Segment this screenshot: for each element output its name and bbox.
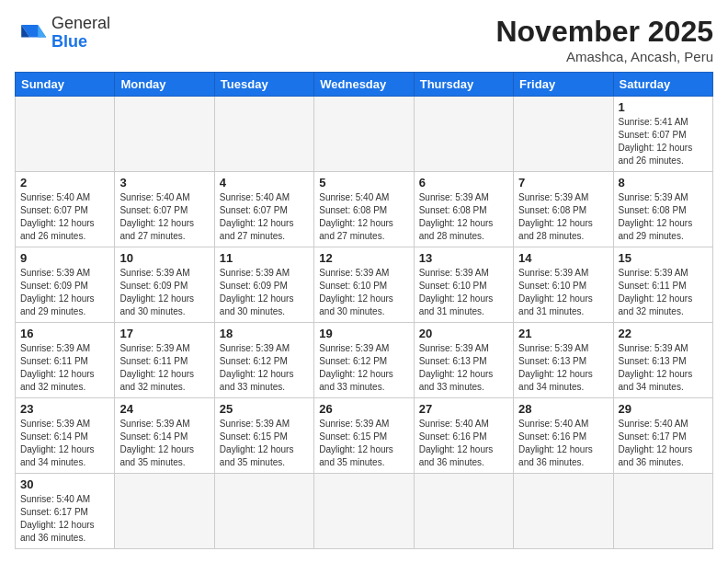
day-number: 29 xyxy=(619,402,708,416)
day-number: 4 xyxy=(220,176,309,190)
col-header-saturday: Saturday xyxy=(613,73,712,97)
col-header-tuesday: Tuesday xyxy=(214,73,313,97)
col-header-friday: Friday xyxy=(514,73,613,97)
calendar-cell: 23Sunrise: 5:39 AM Sunset: 6:14 PM Dayli… xyxy=(16,398,115,474)
day-number: 18 xyxy=(220,327,309,340)
day-info: Sunrise: 5:39 AM Sunset: 6:15 PM Dayligh… xyxy=(319,418,408,469)
day-info: Sunrise: 5:39 AM Sunset: 6:13 PM Dayligh… xyxy=(518,342,608,394)
calendar-cell: 10Sunrise: 5:39 AM Sunset: 6:09 PM Dayli… xyxy=(115,247,214,323)
location-subtitle: Amashca, Ancash, Peru xyxy=(495,49,713,64)
day-info: Sunrise: 5:40 AM Sunset: 6:16 PM Dayligh… xyxy=(518,418,608,469)
day-info: Sunrise: 5:40 AM Sunset: 6:08 PM Dayligh… xyxy=(319,191,408,243)
generalblue-logo-icon xyxy=(15,17,48,50)
day-info: Sunrise: 5:39 AM Sunset: 6:15 PM Dayligh… xyxy=(220,418,309,469)
col-header-thursday: Thursday xyxy=(414,73,513,97)
day-info: Sunrise: 5:39 AM Sunset: 6:08 PM Dayligh… xyxy=(419,191,508,243)
day-number: 15 xyxy=(619,251,708,265)
month-year-title: November 2025 xyxy=(495,15,713,49)
day-number: 30 xyxy=(20,477,109,491)
calendar-cell xyxy=(414,474,513,549)
day-number: 21 xyxy=(518,327,608,340)
calendar-cell: 7Sunrise: 5:39 AM Sunset: 6:08 PM Daylig… xyxy=(514,172,613,247)
day-info: Sunrise: 5:39 AM Sunset: 6:11 PM Dayligh… xyxy=(20,342,109,394)
day-number: 13 xyxy=(419,251,508,265)
calendar-cell: 20Sunrise: 5:39 AM Sunset: 6:13 PM Dayli… xyxy=(414,323,513,398)
day-number: 7 xyxy=(518,176,608,190)
logo-text: General Blue xyxy=(51,15,110,52)
day-number: 8 xyxy=(619,176,708,190)
calendar-cell: 5Sunrise: 5:40 AM Sunset: 6:08 PM Daylig… xyxy=(314,172,414,247)
day-info: Sunrise: 5:40 AM Sunset: 6:07 PM Dayligh… xyxy=(220,191,309,243)
calendar-cell: 12Sunrise: 5:39 AM Sunset: 6:10 PM Dayli… xyxy=(314,247,414,323)
calendar-cell: 3Sunrise: 5:40 AM Sunset: 6:07 PM Daylig… xyxy=(115,172,214,247)
day-number: 1 xyxy=(619,100,708,114)
logo-general: General xyxy=(51,14,110,32)
day-info: Sunrise: 5:39 AM Sunset: 6:09 PM Dayligh… xyxy=(220,267,309,318)
calendar-cell: 2Sunrise: 5:40 AM Sunset: 6:07 PM Daylig… xyxy=(16,172,115,247)
day-number: 9 xyxy=(20,251,109,265)
calendar-cell xyxy=(514,97,613,172)
calendar-cell: 13Sunrise: 5:39 AM Sunset: 6:10 PM Dayli… xyxy=(414,247,513,323)
day-info: Sunrise: 5:39 AM Sunset: 6:14 PM Dayligh… xyxy=(119,418,209,469)
calendar-cell: 26Sunrise: 5:39 AM Sunset: 6:15 PM Dayli… xyxy=(314,398,414,474)
calendar-cell xyxy=(115,474,214,549)
day-info: Sunrise: 5:39 AM Sunset: 6:12 PM Dayligh… xyxy=(220,342,309,394)
calendar-table: SundayMondayTuesdayWednesdayThursdayFrid… xyxy=(15,72,713,549)
day-info: Sunrise: 5:39 AM Sunset: 6:10 PM Dayligh… xyxy=(518,267,608,318)
day-info: Sunrise: 5:39 AM Sunset: 6:14 PM Dayligh… xyxy=(20,418,109,469)
calendar-cell: 17Sunrise: 5:39 AM Sunset: 6:11 PM Dayli… xyxy=(115,323,214,398)
calendar-cell xyxy=(115,97,214,172)
calendar-cell xyxy=(514,474,613,549)
day-info: Sunrise: 5:39 AM Sunset: 6:11 PM Dayligh… xyxy=(119,342,209,394)
col-header-monday: Monday xyxy=(115,73,214,97)
day-info: Sunrise: 5:40 AM Sunset: 6:07 PM Dayligh… xyxy=(119,191,209,243)
day-number: 5 xyxy=(319,176,408,190)
day-info: Sunrise: 5:39 AM Sunset: 6:08 PM Dayligh… xyxy=(518,191,608,243)
calendar-cell xyxy=(314,97,414,172)
logo: General Blue xyxy=(15,15,110,52)
day-info: Sunrise: 5:39 AM Sunset: 6:13 PM Dayligh… xyxy=(619,342,708,394)
day-number: 26 xyxy=(319,402,408,416)
calendar-cell: 16Sunrise: 5:39 AM Sunset: 6:11 PM Dayli… xyxy=(16,323,115,398)
calendar-cell: 6Sunrise: 5:39 AM Sunset: 6:08 PM Daylig… xyxy=(414,172,513,247)
calendar-week-1: 1Sunrise: 5:41 AM Sunset: 6:07 PM Daylig… xyxy=(16,97,713,172)
calendar-cell: 1Sunrise: 5:41 AM Sunset: 6:07 PM Daylig… xyxy=(613,97,712,172)
calendar-cell: 29Sunrise: 5:40 AM Sunset: 6:17 PM Dayli… xyxy=(613,398,712,474)
calendar-cell xyxy=(613,474,712,549)
day-number: 24 xyxy=(119,402,209,416)
calendar-cell: 14Sunrise: 5:39 AM Sunset: 6:10 PM Dayli… xyxy=(514,247,613,323)
calendar-week-3: 9Sunrise: 5:39 AM Sunset: 6:09 PM Daylig… xyxy=(16,247,713,323)
day-number: 28 xyxy=(518,402,608,416)
day-number: 27 xyxy=(419,402,508,416)
calendar-cell: 11Sunrise: 5:39 AM Sunset: 6:09 PM Dayli… xyxy=(214,247,313,323)
day-info: Sunrise: 5:39 AM Sunset: 6:12 PM Dayligh… xyxy=(319,342,408,394)
day-info: Sunrise: 5:39 AM Sunset: 6:09 PM Dayligh… xyxy=(20,267,109,318)
day-info: Sunrise: 5:40 AM Sunset: 6:16 PM Dayligh… xyxy=(419,418,508,469)
calendar-cell: 22Sunrise: 5:39 AM Sunset: 6:13 PM Dayli… xyxy=(613,323,712,398)
title-block: November 2025 Amashca, Ancash, Peru xyxy=(495,15,713,64)
day-number: 2 xyxy=(20,176,109,190)
calendar-header-row: SundayMondayTuesdayWednesdayThursdayFrid… xyxy=(16,73,713,97)
calendar-week-6: 30Sunrise: 5:40 AM Sunset: 6:17 PM Dayli… xyxy=(16,474,713,549)
calendar-cell xyxy=(314,474,414,549)
day-number: 11 xyxy=(220,251,309,265)
calendar-cell: 27Sunrise: 5:40 AM Sunset: 6:16 PM Dayli… xyxy=(414,398,513,474)
day-info: Sunrise: 5:39 AM Sunset: 6:10 PM Dayligh… xyxy=(319,267,408,318)
day-number: 3 xyxy=(119,176,209,190)
day-info: Sunrise: 5:39 AM Sunset: 6:09 PM Dayligh… xyxy=(119,267,209,318)
col-header-sunday: Sunday xyxy=(16,73,115,97)
day-info: Sunrise: 5:39 AM Sunset: 6:10 PM Dayligh… xyxy=(419,267,508,318)
calendar-cell xyxy=(214,474,313,549)
calendar-cell: 21Sunrise: 5:39 AM Sunset: 6:13 PM Dayli… xyxy=(514,323,613,398)
calendar-cell xyxy=(16,97,115,172)
calendar-cell: 18Sunrise: 5:39 AM Sunset: 6:12 PM Dayli… xyxy=(214,323,313,398)
day-number: 25 xyxy=(220,402,309,416)
calendar-cell xyxy=(214,97,313,172)
day-info: Sunrise: 5:39 AM Sunset: 6:13 PM Dayligh… xyxy=(419,342,508,394)
logo-blue: Blue xyxy=(51,32,87,51)
calendar-cell: 28Sunrise: 5:40 AM Sunset: 6:16 PM Dayli… xyxy=(514,398,613,474)
day-info: Sunrise: 5:39 AM Sunset: 6:08 PM Dayligh… xyxy=(619,191,708,243)
day-number: 19 xyxy=(319,327,408,340)
calendar-cell: 19Sunrise: 5:39 AM Sunset: 6:12 PM Dayli… xyxy=(314,323,414,398)
day-number: 20 xyxy=(419,327,508,340)
